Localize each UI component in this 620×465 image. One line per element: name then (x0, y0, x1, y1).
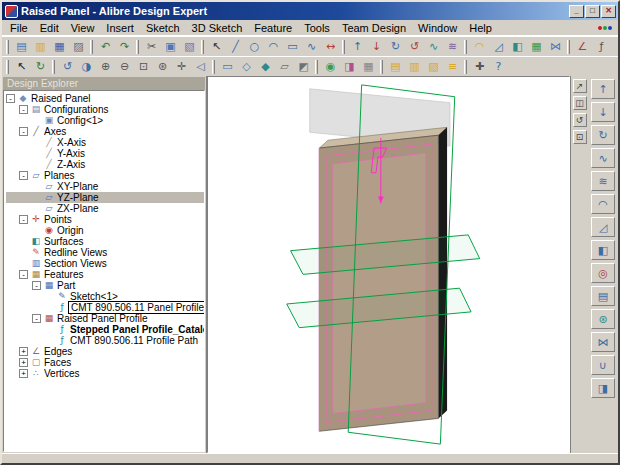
loft-icon[interactable]: ≋ (591, 171, 615, 191)
new-assembly-icon[interactable]: ▥ (405, 58, 424, 75)
tree-item-y-axis[interactable]: ╱ Y-Axis (6, 148, 204, 159)
extrude-cut-icon[interactable]: ↓ (591, 102, 615, 122)
minimize-button[interactable]: _ (569, 5, 584, 18)
tree-expander[interactable] (32, 182, 41, 191)
tree-expander[interactable]: - (19, 171, 28, 180)
zoom-out-icon[interactable]: ⊖ (115, 58, 134, 75)
tree-expander[interactable]: - (6, 94, 15, 103)
tree-expander[interactable] (45, 336, 54, 345)
tree-item-z-axis[interactable]: ╱ Z-Axis (6, 159, 204, 170)
arc-icon[interactable]: ◠ (264, 38, 283, 55)
split-view-icon[interactable]: ◫ (573, 96, 587, 110)
menu-insert[interactable]: Insert (100, 21, 140, 35)
redo-icon[interactable]: ↷ (115, 38, 134, 55)
feature-tree[interactable]: - ◆ Raised Panel - ▤ Configurations ▣ Co… (3, 90, 205, 452)
extrude-cut-icon[interactable]: ↓ (367, 38, 386, 55)
tree-item-axes[interactable]: - ╱ Axes (6, 126, 204, 137)
chamfer-icon[interactable]: ◿ (489, 38, 508, 55)
extrude-boss-icon[interactable]: ↑ (348, 38, 367, 55)
extrude-boss-icon[interactable]: ↑ (591, 79, 615, 99)
section-view-icon[interactable]: ◨ (591, 378, 615, 398)
close-button[interactable]: ✕ (601, 5, 616, 18)
grid-icon[interactable]: ▦ (359, 58, 378, 75)
tree-item-cmt-890-506-11-panel-profile-catalogfeature-2[interactable]: ƒ CMT 890.506.11 Panel Profile_CatalogFe… (6, 302, 204, 313)
tree-expander[interactable] (19, 248, 28, 257)
menu-sketch[interactable]: Sketch (140, 21, 186, 35)
menu-file[interactable]: File (4, 21, 34, 35)
front-view-icon[interactable]: ▭ (218, 58, 237, 75)
boolean-icon[interactable]: ∪ (591, 355, 615, 375)
bom-icon[interactable]: ≡ (443, 58, 462, 75)
undo-icon[interactable]: ↶ (96, 38, 115, 55)
tree-expander[interactable] (32, 138, 41, 147)
equation-icon[interactable]: ƒ (592, 38, 611, 55)
copy-icon[interactable]: ▣ (161, 38, 180, 55)
pan-icon[interactable]: ✛ (172, 58, 191, 75)
zoom-fit-icon[interactable]: ⊛ (153, 58, 172, 75)
tree-item-stepped-panel-profile-catalogfeature-4[interactable]: ƒ Stepped Panel Profile_CatalogFeature<4… (6, 324, 204, 335)
revolve-boss-icon[interactable]: ↻ (386, 38, 405, 55)
tree-expander[interactable] (19, 259, 28, 268)
fillet-icon[interactable]: ◠ (470, 38, 489, 55)
tree-expander[interactable]: - (19, 270, 28, 279)
zoom-in-icon[interactable]: ⊕ (96, 58, 115, 75)
tree-expander[interactable] (19, 237, 28, 246)
tree-expander[interactable] (45, 325, 54, 334)
select-icon[interactable]: ↖ (207, 38, 226, 55)
menu-tools[interactable]: Tools (298, 21, 336, 35)
line-icon[interactable]: ╱ (226, 38, 245, 55)
tree-expander[interactable]: - (19, 127, 28, 136)
menu-help[interactable]: Help (463, 21, 498, 35)
tree-item-config-1[interactable]: ▣ Config<1> (6, 115, 204, 126)
tree-expander[interactable] (32, 116, 41, 125)
tree-expander[interactable] (45, 292, 54, 301)
orbit-icon[interactable]: ↺ (58, 58, 77, 75)
tree-item-xy-plane[interactable]: ▱ XY-Plane (6, 181, 204, 192)
mirror-icon[interactable]: ⋈ (546, 38, 565, 55)
measure-icon[interactable]: ∠ (573, 38, 592, 55)
select-arrow-icon[interactable]: ↖ (12, 58, 31, 75)
previous-view-icon[interactable]: ◁ (191, 58, 210, 75)
tree-item-zx-plane[interactable]: ▱ ZX-Plane (6, 203, 204, 214)
tree-expander[interactable]: + (19, 347, 28, 356)
zoom-window-icon[interactable]: ⊡ (134, 58, 153, 75)
rectangle-icon[interactable]: ▭ (283, 38, 302, 55)
new-drawing-icon[interactable]: ▧ (424, 58, 443, 75)
help-icon[interactable]: ? (489, 58, 508, 75)
loft-icon[interactable]: ≋ (443, 38, 462, 55)
color-icon[interactable]: ◨ (340, 58, 359, 75)
linear-pattern-icon[interactable]: ▤ (591, 286, 615, 306)
tree-expander[interactable] (32, 204, 41, 213)
tree-expander[interactable]: - (19, 105, 28, 114)
circle-icon[interactable]: ○ (245, 38, 264, 55)
circular-pattern-icon[interactable]: ⊛ (591, 309, 615, 329)
tree-expander[interactable] (32, 193, 41, 202)
maximize-view-icon[interactable]: ↗ (573, 79, 587, 93)
rotate-view-icon[interactable]: ↺ (573, 113, 587, 127)
maximize-button[interactable]: □ (585, 5, 600, 18)
new-part-icon[interactable]: ▤ (386, 58, 405, 75)
cut-icon[interactable]: ✂ (142, 38, 161, 55)
wireframe-icon[interactable]: ▱ (275, 58, 294, 75)
tree-item-surfaces[interactable]: ◧ Surfaces (6, 236, 204, 247)
tree-item-points[interactable]: - ✛ Points (6, 214, 204, 225)
menu-view[interactable]: View (65, 21, 101, 35)
menu-edit[interactable]: Edit (34, 21, 65, 35)
tree-item-cmt-890-506-11-profile-path[interactable]: ƒ CMT 890.506.11 Profile Path (6, 335, 204, 346)
open-icon[interactable]: ▥ (31, 38, 50, 55)
tree-expander[interactable] (32, 160, 41, 169)
shell-icon[interactable]: ◧ (591, 240, 615, 260)
shaded-icon[interactable]: ◩ (294, 58, 313, 75)
fit-view-icon[interactable]: ⊡ (573, 130, 587, 144)
tree-expander[interactable]: - (19, 215, 28, 224)
viewport-canvas[interactable] (208, 77, 569, 452)
redraw-icon[interactable]: ↻ (31, 58, 50, 75)
tree-item-x-axis[interactable]: ╱ X-Axis (6, 137, 204, 148)
tree-item-configurations[interactable]: - ▤ Configurations (6, 104, 204, 115)
sweep-icon[interactable]: ∿ (424, 38, 443, 55)
revolve-cut-icon[interactable]: ↺ (405, 38, 424, 55)
tree-item-redline-views[interactable]: ✎ Redline Views (6, 247, 204, 258)
tree-expander[interactable]: + (19, 369, 28, 378)
sweep-icon[interactable]: ∿ (591, 148, 615, 168)
chamfer-icon[interactable]: ◿ (591, 217, 615, 237)
